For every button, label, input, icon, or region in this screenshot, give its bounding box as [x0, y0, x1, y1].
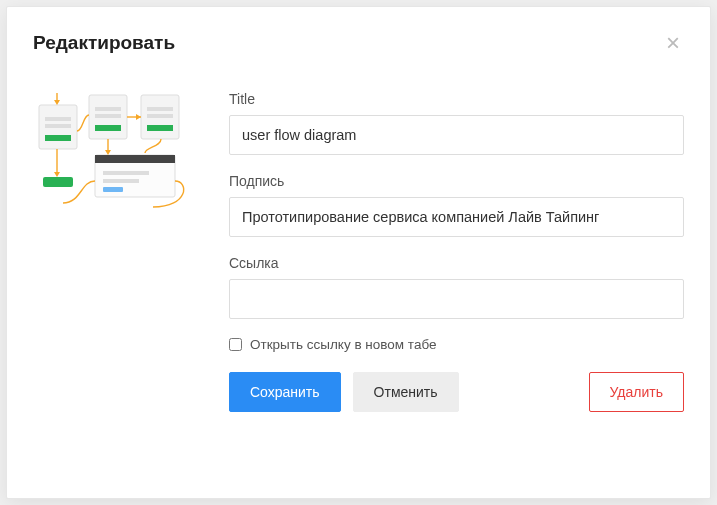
svg-rect-15 [103, 171, 149, 175]
close-icon: × [666, 29, 680, 56]
caption-input[interactable] [229, 197, 684, 237]
svg-rect-12 [147, 125, 173, 131]
edit-modal: Редактировать × [6, 6, 711, 499]
svg-rect-7 [95, 114, 121, 118]
svg-rect-8 [95, 125, 121, 131]
form-fields: Title Подпись Ссылка Открыть ссылку в но… [229, 91, 684, 412]
flow-diagram-icon [33, 91, 201, 221]
link-input[interactable] [229, 279, 684, 319]
svg-rect-6 [95, 107, 121, 111]
close-button[interactable]: × [662, 31, 684, 55]
link-field-group: Ссылка [229, 255, 684, 319]
new-tab-label: Открыть ссылку в новом табе [250, 337, 436, 352]
button-row: Сохранить Отменить Удалить [229, 372, 684, 412]
svg-rect-11 [147, 114, 173, 118]
title-label: Title [229, 91, 684, 107]
link-label: Ссылка [229, 255, 684, 271]
caption-label: Подпись [229, 173, 684, 189]
modal-title: Редактировать [33, 32, 175, 54]
svg-rect-18 [43, 177, 73, 187]
svg-rect-2 [45, 117, 71, 121]
new-tab-checkbox-row: Открыть ссылку в новом табе [229, 337, 684, 352]
title-field-group: Title [229, 91, 684, 155]
modal-header: Редактировать × [7, 7, 710, 69]
svg-rect-10 [147, 107, 173, 111]
title-input[interactable] [229, 115, 684, 155]
save-button[interactable]: Сохранить [229, 372, 341, 412]
delete-button[interactable]: Удалить [589, 372, 684, 412]
cancel-button[interactable]: Отменить [353, 372, 459, 412]
new-tab-checkbox[interactable] [229, 338, 242, 351]
svg-rect-4 [45, 135, 71, 141]
image-thumbnail [33, 91, 201, 412]
svg-rect-3 [45, 124, 71, 128]
svg-rect-16 [103, 179, 139, 183]
svg-rect-17 [103, 187, 123, 192]
caption-field-group: Подпись [229, 173, 684, 237]
svg-rect-14 [95, 155, 175, 163]
modal-body: Title Подпись Ссылка Открыть ссылку в но… [7, 69, 710, 422]
